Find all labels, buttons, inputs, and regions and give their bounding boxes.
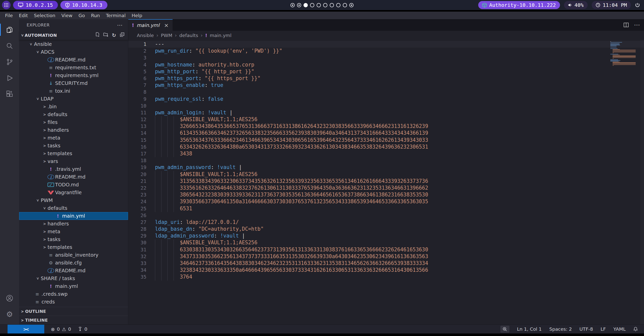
tree-item-adcs[interactable]: >ADCS	[19, 48, 128, 56]
line-number: 14	[128, 130, 146, 137]
workspace-dot-8[interactable]	[336, 3, 341, 7]
outline-panel-header[interactable]: > OUTLINE	[19, 307, 128, 316]
tab-close-icon[interactable]: ×	[164, 22, 169, 28]
tree-item-handlers[interactable]: >handlers	[19, 126, 128, 134]
tree-item-main-yml[interactable]: !main.yml	[19, 212, 128, 220]
workspace-dot-2[interactable]	[297, 3, 301, 7]
vpn-ip-label: 10.10.14.3	[72, 2, 102, 8]
menu-run[interactable]: Run	[88, 13, 103, 18]
zoom-indicator[interactable]	[500, 326, 509, 333]
timeline-panel-header[interactable]: > TIMELINE	[19, 316, 128, 324]
breadcrumb-pwm[interactable]: PWM	[161, 33, 172, 38]
host-pill-vpn[interactable]: 10.10.14.3	[60, 1, 107, 9]
tree-item-ldap[interactable]: >LDAP	[19, 95, 128, 103]
host-pill-primary[interactable]: 10.0.2.15	[13, 1, 58, 9]
workspace-dot-1[interactable]	[291, 3, 295, 7]
account-icon[interactable]	[0, 290, 19, 306]
tree-item--creds-swp[interactable]: ≡.creds.swp	[19, 290, 128, 298]
tree-item-pwm[interactable]: >PWM	[19, 196, 128, 204]
menu-view[interactable]: View	[58, 13, 75, 18]
vm-indicator[interactable]: Authority-10.10.11.222	[478, 1, 560, 9]
tree-item-vars[interactable]: >vars	[19, 157, 128, 165]
new-folder-icon[interactable]	[103, 32, 108, 38]
editor-scrollbar[interactable]	[640, 40, 644, 324]
workspace-dot-3[interactable]	[304, 3, 308, 7]
workspace-dot-5[interactable]	[317, 3, 321, 7]
settings-gear-icon[interactable]: ⚙	[0, 306, 19, 322]
yaml-file-icon: !	[48, 284, 54, 289]
power-icon[interactable]	[635, 3, 640, 8]
menu-go[interactable]: Go	[75, 13, 88, 18]
run-debug-icon[interactable]	[0, 70, 19, 86]
cursor-position[interactable]: Ln 1, Col 1	[517, 326, 542, 332]
menu-help[interactable]: Help	[129, 13, 145, 18]
extensions-icon[interactable]	[0, 86, 19, 102]
tree-item-security-md[interactable]: ↓SECURITY.md	[19, 79, 128, 87]
explorer-more-icon[interactable]: ⋯	[117, 22, 123, 28]
tab-main-yml[interactable]: ! main.yml ×	[128, 19, 173, 31]
eol-setting[interactable]: LF	[600, 326, 606, 332]
editor-more-icon[interactable]: ⋯	[634, 21, 640, 28]
indentation-setting[interactable]: Spaces: 2	[549, 326, 572, 332]
tree-item-defaults[interactable]: >defaults	[19, 204, 128, 212]
menu-edit[interactable]: Edit	[16, 13, 31, 18]
notifications-bell-icon[interactable]	[633, 327, 638, 331]
tree-item-meta[interactable]: >meta	[19, 134, 128, 142]
source-control-icon[interactable]	[0, 54, 19, 70]
refresh-icon[interactable]: ↻	[112, 32, 116, 38]
tree-item-vagrantfile[interactable]: Vagrantfile	[19, 189, 128, 196]
tree-item-requirements-txt[interactable]: ≡requirements.txt	[19, 64, 128, 72]
tree-item-label: main.yml	[55, 283, 78, 289]
tree-item-tasks[interactable]: >tasks	[19, 236, 128, 243]
workspace-dot-7[interactable]	[330, 3, 334, 7]
split-editor-icon[interactable]	[623, 22, 629, 28]
search-icon[interactable]	[0, 38, 19, 54]
tree-item--travis-yml[interactable]: !.travis.yml	[19, 165, 128, 173]
folder-section-header[interactable]: > AUTOMATION ↻	[19, 31, 128, 40]
tree-item-share-tasks[interactable]: >SHARE / tasks	[19, 275, 128, 282]
volume-indicator[interactable]: 40%	[564, 1, 588, 9]
tree-item-readme-md[interactable]: iREADME.md	[19, 267, 128, 275]
menu-file[interactable]: File	[2, 13, 16, 18]
tree-item-ansible-inventory[interactable]: ≡ansible_inventory	[19, 251, 128, 259]
tree-item-ansible[interactable]: >Ansible	[19, 40, 128, 48]
workspace-dot-9[interactable]	[343, 3, 347, 7]
workspace-dot-6[interactable]	[323, 3, 328, 7]
code-editor[interactable]: 1---2pwm_run_dir: "{{ lookup('env', 'PWD…	[128, 40, 644, 324]
breadcrumb-ansible[interactable]: Ansible	[137, 33, 154, 38]
remote-indicator[interactable]: ><	[8, 325, 44, 333]
tree-item-tox-ini[interactable]: ≡tox.ini	[19, 87, 128, 95]
tree-item-tasks[interactable]: >tasks	[19, 142, 128, 150]
explorer-icon[interactable]	[0, 22, 19, 38]
clock-indicator[interactable]: 11:04 PM	[592, 1, 631, 9]
apps-grid-icon[interactable]	[2, 1, 11, 9]
workspace-dot-4[interactable]	[310, 3, 314, 7]
tree-item-main-yml[interactable]: !main.yml	[19, 282, 128, 290]
tree-item-templates[interactable]: >templates	[19, 243, 128, 251]
tree-item-readme-md[interactable]: iREADME.md	[19, 56, 128, 64]
problems-indicator[interactable]: ⊗ 0 ⚠ 0	[51, 326, 71, 332]
tree-item-label: README.md	[55, 57, 86, 63]
tree-item-readme-md[interactable]: iREADME.md	[19, 173, 128, 181]
encoding-setting[interactable]: UTF-8	[579, 326, 593, 332]
tree-item-defaults[interactable]: >defaults	[19, 111, 128, 118]
ports-indicator[interactable]: 0	[78, 326, 88, 332]
minimap[interactable]	[610, 41, 638, 66]
language-mode[interactable]: YAML	[613, 326, 626, 332]
tree-item-files[interactable]: >files	[19, 118, 128, 126]
tree-item--bin[interactable]: >.bin	[19, 103, 128, 111]
tree-item-handlers[interactable]: >handlers	[19, 220, 128, 228]
breadcrumb-main.yml[interactable]: main.yml	[210, 33, 231, 38]
menu-terminal[interactable]: Terminal	[103, 13, 129, 18]
workspace-dot-10[interactable]	[349, 3, 354, 7]
breadcrumb-defaults[interactable]: defaults	[179, 33, 198, 38]
tree-item-meta[interactable]: >meta	[19, 228, 128, 236]
tree-item-templates[interactable]: >templates	[19, 150, 128, 157]
menu-selection[interactable]: Selection	[31, 13, 58, 18]
tree-item-ansible-cfg[interactable]: ⚙ansible.cfg	[19, 259, 128, 267]
tree-item-creds[interactable]: ≡creds	[19, 298, 128, 306]
collapse-all-icon[interactable]	[120, 32, 125, 38]
new-file-icon[interactable]	[95, 32, 100, 38]
tree-item-requirements-yml[interactable]: !requirements.yml	[19, 72, 128, 79]
tree-item-todo-md[interactable]: ✓TODO.md	[19, 181, 128, 189]
